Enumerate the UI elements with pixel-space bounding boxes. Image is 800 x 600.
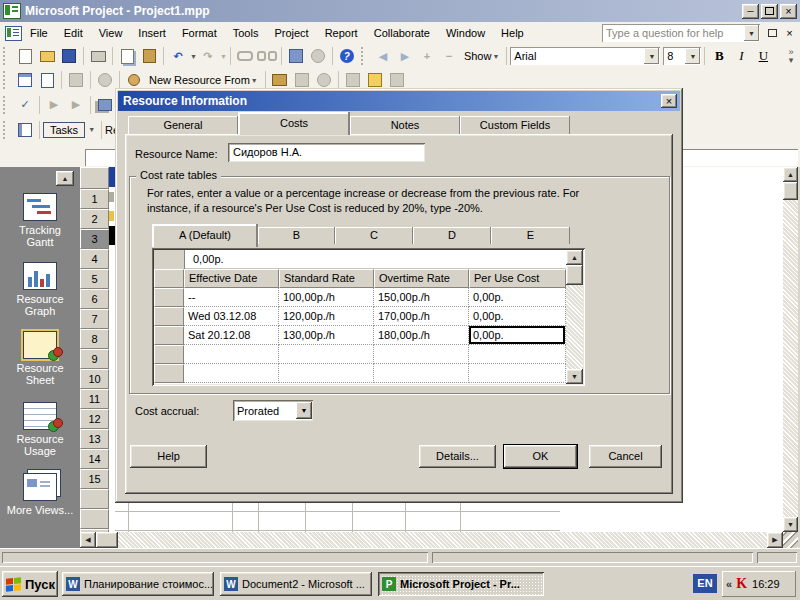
view-resource-sheet[interactable]: Resource Sheet — [0, 331, 80, 386]
start-button[interactable]: Пуск — [2, 571, 58, 597]
grid-cell[interactable]: 120,00р./h — [279, 307, 374, 326]
rate-tab-e[interactable]: E — [491, 227, 570, 244]
underline-button[interactable]: U — [753, 46, 773, 66]
horizontal-scrollbar[interactable]: ◀ ▶ — [80, 532, 783, 548]
horizontal-scroll-thumb[interactable] — [96, 532, 118, 548]
kaspersky-tray-icon[interactable]: K — [736, 576, 747, 592]
help-icon[interactable]: ? — [337, 46, 357, 66]
italic-button[interactable]: I — [731, 46, 751, 66]
font-name-dropdown-icon[interactable]: ▼ — [644, 48, 659, 64]
grid-row-header[interactable] — [154, 307, 184, 326]
help-button[interactable]: Help — [130, 445, 207, 468]
gantt-view-icon[interactable] — [15, 70, 35, 90]
new-icon[interactable] — [15, 46, 35, 66]
row-header[interactable]: 9 — [80, 349, 109, 369]
grid-edit-line[interactable]: 0,00р. — [185, 250, 566, 269]
row-header[interactable]: 7 — [80, 309, 109, 329]
ok-button[interactable]: OK — [504, 445, 577, 468]
show-dropdown[interactable]: Show ▼ — [460, 50, 503, 62]
row-header[interactable]: 10 — [80, 369, 109, 389]
scroll-up-button[interactable]: ▲ — [783, 167, 798, 182]
share-resources-icon[interactable] — [292, 70, 312, 90]
grid-cell-empty[interactable] — [469, 345, 566, 364]
menu-help[interactable]: Help — [493, 24, 532, 42]
open-icon[interactable] — [37, 46, 57, 66]
menu-view[interactable]: View — [91, 24, 131, 42]
grid-cell-empty[interactable] — [279, 364, 374, 383]
scroll-down-button[interactable]: ▼ — [783, 517, 798, 532]
undo-icon[interactable]: ↶ — [168, 46, 188, 66]
menu-window[interactable]: Window — [438, 24, 493, 42]
rate-tab-d[interactable]: D — [413, 227, 491, 244]
tray-chevron-icon[interactable]: « — [726, 578, 732, 590]
address-book-icon[interactable] — [270, 70, 290, 90]
grid-cell[interactable]: -- — [184, 288, 279, 307]
back-icon[interactable]: ◀ — [373, 46, 393, 66]
rate-tab-c[interactable]: C — [335, 227, 413, 244]
grid-row-header[interactable] — [154, 345, 184, 364]
forward-icon[interactable]: ▶ — [395, 46, 415, 66]
cost-accrual-combo[interactable]: Prorated ▼ — [233, 400, 313, 421]
row-header[interactable]: 4 — [80, 249, 109, 269]
dialog-close-button[interactable]: × — [661, 94, 677, 108]
font-size-combo[interactable]: 8 ▼ — [663, 47, 701, 65]
grid-cell-empty[interactable] — [279, 345, 374, 364]
details-button[interactable]: Details... — [419, 445, 496, 468]
undo-dropdown-icon[interactable]: ▼ — [190, 53, 197, 60]
menu-format[interactable]: Format — [174, 24, 225, 42]
help-search-dropdown-icon[interactable]: ▼ — [744, 25, 759, 41]
row-header[interactable]: 1 — [80, 189, 109, 209]
sheet-corner-cell[interactable] — [80, 167, 109, 189]
pert-analysis-icon[interactable] — [95, 95, 115, 115]
toolbar-grip[interactable] — [3, 71, 10, 89]
grid-cell[interactable]: Wed 03.12.08 — [184, 307, 279, 326]
help-search-box[interactable]: Type a question for help ▼ — [602, 24, 760, 42]
cost-accrual-dropdown-icon[interactable]: ▼ — [296, 402, 312, 419]
grid-row-header[interactable] — [154, 326, 184, 345]
view-tracking-gantt[interactable]: Tracking Gantt — [0, 193, 80, 248]
row-header[interactable]: 14 — [80, 449, 109, 469]
tasks-guide-dropdown-icon[interactable]: ▼ — [88, 126, 95, 133]
assign-resources-icon[interactable] — [308, 46, 328, 66]
grid-row-header[interactable] — [154, 288, 184, 307]
row-header[interactable]: 8 — [80, 329, 109, 349]
grid-cell[interactable]: 170,00р./h — [374, 307, 469, 326]
indent-icon[interactable]: ▶ — [44, 95, 64, 115]
grid-cell[interactable]: 180,00р./h — [374, 326, 469, 345]
child-restore-button[interactable] — [764, 26, 781, 41]
cancel-button[interactable]: Cancel — [589, 445, 662, 468]
view-resource-graph[interactable]: Resource Graph — [0, 262, 80, 317]
language-indicator[interactable]: EN — [693, 574, 717, 593]
toolbar-grip[interactable] — [361, 47, 368, 65]
zoom-in-icon[interactable]: + — [417, 46, 437, 66]
print-icon[interactable] — [88, 46, 108, 66]
row-header[interactable]: 13 — [80, 429, 109, 449]
tab-notes[interactable]: Notes — [350, 116, 460, 134]
copy-icon[interactable] — [117, 46, 137, 66]
grid-cell[interactable]: 130,00р./h — [279, 326, 374, 345]
grid-scroll-thumb[interactable] — [566, 265, 583, 285]
grid-cell-empty[interactable] — [184, 345, 279, 364]
view-more-views[interactable]: More Views... — [0, 473, 80, 516]
toolbar-options-icon[interactable]: »▾ — [784, 48, 798, 64]
save-icon[interactable] — [59, 46, 79, 66]
resize-grip[interactable] — [783, 532, 798, 548]
new-resource-icon[interactable] — [124, 70, 144, 90]
row-header-empty[interactable] — [80, 489, 109, 509]
taskbar-button-project[interactable]: P Microsoft Project - Pr... — [378, 572, 544, 596]
dialog-titlebar[interactable]: Resource Information × — [118, 91, 680, 111]
grid-header-overtime-rate[interactable]: Overtime Rate — [374, 269, 469, 288]
grid-cell-empty[interactable] — [374, 345, 469, 364]
zoom-out-icon[interactable]: − — [439, 46, 459, 66]
grid-header-effective-date[interactable]: Effective Date — [184, 269, 279, 288]
menu-edit[interactable]: Edit — [56, 24, 91, 42]
grid-cell[interactable]: 150,00р./h — [374, 288, 469, 307]
toolbar-grip[interactable] — [3, 96, 10, 114]
vertical-scrollbar[interactable]: ▲ ▼ — [783, 167, 798, 532]
grid-scroll-up-button[interactable]: ▲ — [566, 250, 583, 265]
task-notes-icon[interactable] — [286, 46, 306, 66]
view-resource-usage[interactable]: Resource Usage — [0, 402, 80, 457]
restore-button[interactable] — [761, 4, 778, 19]
redo-dropdown-icon[interactable]: ▼ — [220, 53, 227, 60]
menu-tools[interactable]: Tools — [225, 24, 267, 42]
